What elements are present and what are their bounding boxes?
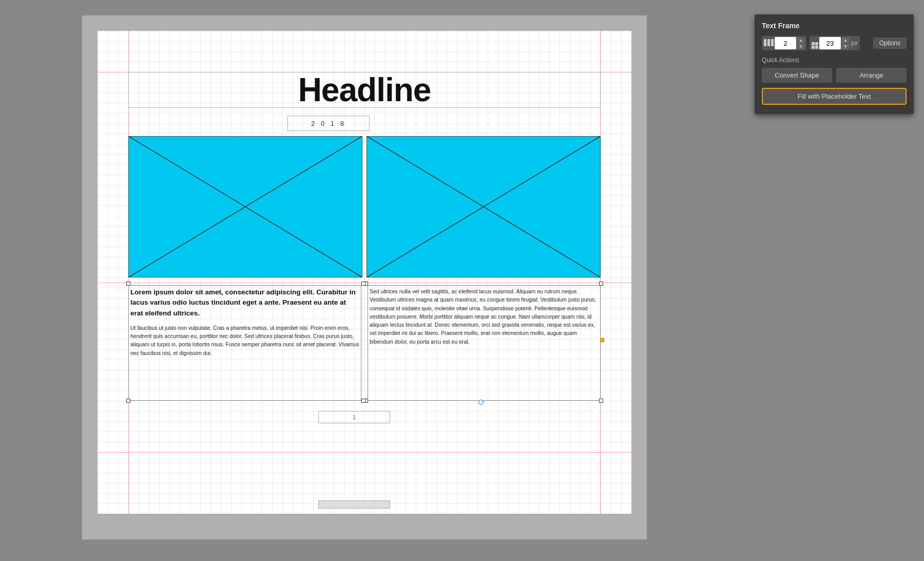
quick-actions-label: Quick Actions <box>762 57 907 64</box>
fill-placeholder-button[interactable]: Fill with Placeholder Text <box>762 88 907 105</box>
gutter-stepper: ▲ ▼ <box>842 38 849 49</box>
columns-input-group: ▲ ▼ <box>762 36 806 50</box>
handle-left-tr[interactable] <box>361 282 365 286</box>
columns-icon <box>764 39 774 48</box>
headline-box: Headline <box>128 72 601 108</box>
intro-text: Lorem ipsum dolor sit amet, consectetur … <box>130 287 359 319</box>
text-column-left[interactable]: Lorem ipsum dolor sit amet, consectetur … <box>128 285 361 401</box>
convert-shape-button[interactable]: Convert Shape <box>762 68 832 83</box>
arrange-button[interactable]: Arrange <box>836 68 907 83</box>
gutter-input[interactable] <box>819 37 841 49</box>
columns-down[interactable]: ▼ <box>797 44 804 49</box>
image-placeholder-right <box>367 136 601 277</box>
page-number-box: 1 <box>318 411 390 423</box>
headline-text: Headline <box>298 71 431 109</box>
grid-icon <box>812 38 818 49</box>
gutter-down[interactable]: ▼ <box>842 44 849 49</box>
scroll-indicator[interactable] <box>318 500 390 509</box>
gutter-unit: px <box>851 40 858 47</box>
date-box: 2 0 1 8 <box>287 116 370 131</box>
handle-left-br[interactable] <box>361 399 365 403</box>
body-text-right: Sed ultrices nulla vel velit sagittis, a… <box>370 287 599 346</box>
handle-tr[interactable] <box>599 282 603 286</box>
panel-controls-row: ▲ ▼ ▲ ▼ px Options <box>762 36 907 50</box>
columns-up[interactable]: ▲ <box>797 38 804 43</box>
image-placeholder-left <box>128 136 362 277</box>
gutter-up[interactable]: ▲ <box>842 38 849 43</box>
handle-left-tl[interactable] <box>126 282 130 286</box>
guide-horizontal-bottom <box>98 452 631 453</box>
page: Headline 2 0 1 8 Lorem ips <box>98 31 631 514</box>
columns-stepper: ▲ ▼ <box>797 38 804 49</box>
quick-actions-row: Convert Shape Arrange <box>762 68 907 83</box>
text-frame-panel: Text Frame ▲ ▼ ▲ <box>755 14 914 114</box>
canvas-area: Headline 2 0 1 8 Lorem ips <box>82 15 647 539</box>
handle-overflow[interactable] <box>478 400 484 405</box>
date-text: 2 0 1 8 <box>311 120 346 127</box>
options-button[interactable]: Options <box>873 38 907 49</box>
page-number: 1 <box>353 414 356 420</box>
columns-input[interactable] <box>775 37 796 49</box>
handle-br[interactable] <box>599 399 603 403</box>
handle-left-bl[interactable] <box>126 399 130 403</box>
handle-rm-yellow[interactable] <box>600 338 604 342</box>
panel-title: Text Frame <box>762 22 907 30</box>
body-text-left: Ut faucibus ut justo non vulputate. Cras… <box>130 324 359 357</box>
text-column-right[interactable]: Sed ultrices nulla vel velit sagittis, a… <box>368 285 601 401</box>
gutter-input-group: ▲ ▼ px <box>810 36 860 50</box>
